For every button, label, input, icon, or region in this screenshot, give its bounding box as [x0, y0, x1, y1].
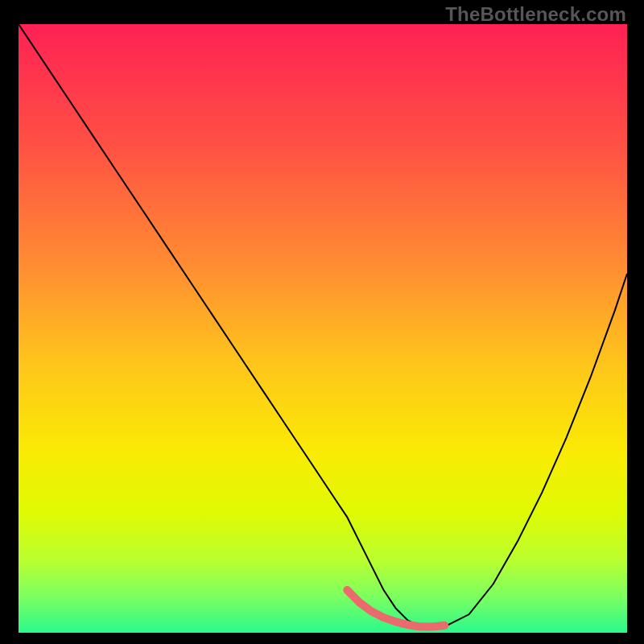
bottleneck-chart: [19, 24, 627, 633]
chart-frame: TheBottleneck.com: [0, 0, 644, 644]
watermark-label: TheBottleneck.com: [445, 3, 626, 26]
gradient-background: [19, 24, 627, 633]
